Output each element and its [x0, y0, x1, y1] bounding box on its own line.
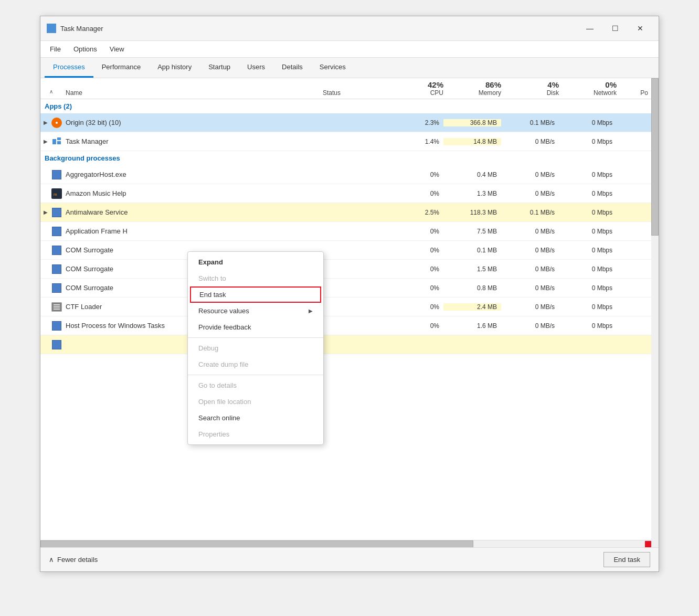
- process-cpu: 2.5%: [391, 209, 443, 216]
- table-row[interactable]: ▶ Task Manager 1.4% 14.8 MB 0 MB/s 0 Mbp…: [40, 132, 659, 151]
- antimalware-icon: [51, 207, 62, 218]
- svg-rect-5: [52, 139, 56, 144]
- menu-options[interactable]: Options: [68, 43, 102, 55]
- expand-icon[interactable]: ▶: [40, 209, 51, 215]
- table-row[interactable]: ▶ Origin (32 bit) (10) 2.3% 366.8 MB 0.1…: [40, 113, 659, 132]
- process-net: 0 Mbps: [559, 138, 617, 145]
- net-label[interactable]: Network: [559, 89, 617, 97]
- tab-users[interactable]: Users: [239, 58, 273, 78]
- svg-point-4: [56, 122, 58, 124]
- ctx-resource-values[interactable]: Resource values ▶: [188, 303, 323, 319]
- svg-rect-2: [52, 28, 55, 30]
- expand-placeholder: [40, 285, 51, 291]
- process-cpu: 0%: [391, 303, 443, 311]
- svg-rect-1: [52, 25, 55, 27]
- maximize-button[interactable]: ☐: [603, 20, 627, 36]
- table-header: ∧ Name Status 42% CPU 86% Memory 4% Disk…: [40, 78, 659, 99]
- disk-label[interactable]: Disk: [501, 89, 559, 97]
- expand-icon[interactable]: ▶: [40, 139, 51, 144]
- mem-label[interactable]: Memory: [443, 89, 501, 97]
- process-name: AggregatorHost.exe: [66, 171, 323, 178]
- process-mem: 118.3 MB: [443, 209, 501, 216]
- process-table: Apps (2) ▶ Origin (32 bit) (10) 2.3% 366…: [40, 99, 659, 540]
- minimize-button[interactable]: —: [578, 20, 602, 36]
- tab-bar: Processes Performance App history Startu…: [40, 58, 659, 78]
- expand-placeholder: [40, 228, 51, 234]
- title-bar: Task Manager — ☐ ✕: [40, 16, 659, 41]
- process-name: Task Manager: [66, 137, 323, 145]
- ctx-provide-feedback[interactable]: Provide feedback: [188, 319, 323, 335]
- table-row[interactable]: AggregatorHost.exe 0% 0.4 MB 0 MB/s 0 Mb…: [40, 165, 659, 184]
- vertical-scrollbar[interactable]: [651, 78, 659, 547]
- expand-placeholder: [40, 342, 51, 347]
- process-mem: 1.5 MB: [443, 265, 501, 273]
- table-row[interactable]: [40, 335, 659, 354]
- process-cpu: 0%: [391, 228, 443, 235]
- ctx-separator-2: [188, 375, 323, 375]
- collapse-button[interactable]: ∧: [40, 87, 61, 97]
- process-disk: 0 MB/s: [501, 171, 559, 178]
- table-row[interactable]: CTF Loader 0% 2.4 MB 0 MB/s 0 Mbps: [40, 298, 659, 316]
- h-scroll-thumb[interactable]: [40, 540, 473, 547]
- process-net: 0 Mbps: [559, 171, 617, 178]
- window-title: Task Manager: [60, 25, 578, 33]
- ctx-search-online[interactable]: Search online: [188, 410, 323, 426]
- table-row[interactable]: Host Process for Windows Tasks 0% 1.6 MB…: [40, 316, 659, 335]
- expand-icon[interactable]: ▶: [40, 120, 51, 125]
- process-cpu: 0%: [391, 190, 443, 197]
- col-header-name[interactable]: Name: [61, 89, 323, 97]
- process-net: 0 Mbps: [559, 209, 617, 216]
- net-percent: 0%: [559, 80, 617, 89]
- process-cpu: 0%: [391, 322, 443, 330]
- process-cpu: 0%: [391, 171, 443, 178]
- cpu-label[interactable]: CPU: [391, 89, 443, 97]
- tab-performance[interactable]: Performance: [93, 58, 149, 78]
- menu-file[interactable]: File: [45, 43, 66, 55]
- taskman-icon: [51, 136, 62, 147]
- expand-placeholder: [40, 172, 51, 177]
- table-row[interactable]: COM Surrogate 0% 1.5 MB 0 MB/s 0 Mbps: [40, 260, 659, 279]
- disk-percent: 4%: [501, 80, 559, 89]
- tab-services[interactable]: Services: [311, 58, 354, 78]
- process-mem: 366.8 MB: [443, 119, 501, 126]
- ctx-expand[interactable]: Expand: [188, 254, 323, 270]
- process-cpu: 0%: [391, 265, 443, 273]
- origin-icon: [51, 117, 62, 129]
- col-header-cpu: 42% CPU: [391, 80, 443, 97]
- tab-startup[interactable]: Startup: [200, 58, 239, 78]
- tab-processes[interactable]: Processes: [45, 58, 93, 78]
- expand-placeholder: [40, 266, 51, 272]
- process-cpu: 2.3%: [391, 119, 443, 126]
- end-task-button[interactable]: End task: [603, 552, 650, 567]
- expand-placeholder: [40, 190, 51, 196]
- scrollbar-thumb[interactable]: [651, 78, 659, 236]
- fewer-details-button[interactable]: ∧ Fewer details: [49, 556, 98, 564]
- ctx-end-task[interactable]: End task: [190, 286, 321, 303]
- main-content: ∧ Name Status 42% CPU 86% Memory 4% Disk…: [40, 78, 659, 547]
- process-name: Application Frame H: [66, 227, 323, 235]
- table-row[interactable]: m Amazon Music Help 0% 1.3 MB 0 MB/s 0 M…: [40, 184, 659, 203]
- process-disk: 0 MB/s: [501, 138, 559, 145]
- process-net: 0 Mbps: [559, 265, 617, 273]
- menu-view[interactable]: View: [104, 43, 130, 55]
- process-name: Amazon Music Help: [66, 189, 323, 197]
- horizontal-scrollbar[interactable]: [40, 540, 659, 547]
- pow-label[interactable]: Po: [617, 89, 648, 97]
- table-row[interactable]: ▶ Antimalware Service 2.5% 118.3 MB 0.1 …: [40, 203, 659, 222]
- com3-icon: [51, 282, 62, 294]
- table-row[interactable]: COM Surrogate 0% 0.1 MB 0 MB/s 0 Mbps: [40, 241, 659, 260]
- process-cpu: 1.4%: [391, 138, 443, 145]
- table-row[interactable]: COM Surrogate 0% 0.8 MB 0 MB/s 0 Mbps: [40, 279, 659, 298]
- tab-app-history[interactable]: App history: [149, 58, 200, 78]
- table-row[interactable]: Application Frame H 0% 7.5 MB 0 MB/s 0 M…: [40, 222, 659, 241]
- bottom-bar: ∧ Fewer details End task: [40, 547, 659, 571]
- amazon-icon: m: [51, 188, 62, 199]
- ctf-icon: [51, 301, 62, 313]
- col-header-status[interactable]: Status: [323, 89, 391, 97]
- tab-details[interactable]: Details: [273, 58, 311, 78]
- process-disk: 0 MB/s: [501, 284, 559, 292]
- col-header-network: 0% Network: [559, 80, 617, 97]
- process-name: Origin (32 bit) (10): [66, 119, 323, 126]
- mem-percent: 86%: [443, 80, 501, 89]
- close-button[interactable]: ✕: [628, 20, 652, 36]
